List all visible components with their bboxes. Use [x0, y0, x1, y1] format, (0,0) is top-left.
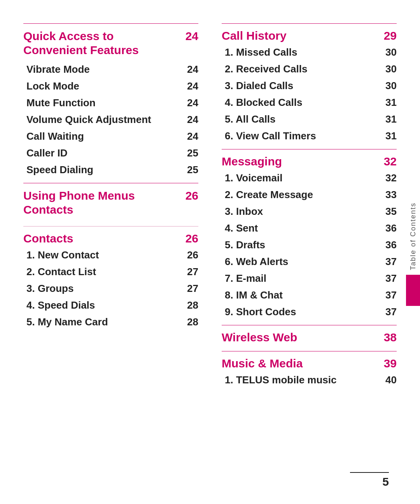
- item-label: 2. Contact List: [26, 266, 183, 278]
- item-label: 4. Blocked Calls: [225, 97, 381, 109]
- list-item: 9. Short Codes 37: [222, 306, 397, 318]
- item-page: 28: [183, 299, 198, 311]
- item-page: 30: [381, 46, 397, 58]
- side-tab-bar: [406, 275, 420, 306]
- item-label: 5. All Calls: [225, 113, 381, 125]
- music-media-header: Music & Media 39: [222, 357, 397, 370]
- item-page: 25: [183, 147, 198, 159]
- list-item: Volume Quick Adjustment 24: [23, 114, 198, 126]
- item-label: 1. Voicemail: [225, 172, 381, 184]
- side-tab-text: Table of Contents: [409, 202, 417, 270]
- section-call-history: Call History 29 1. Missed Calls 30 2. Re…: [222, 29, 397, 142]
- list-item: 6. Web Alerts 37: [222, 256, 397, 268]
- item-label: 1. TELUS mobile music: [225, 374, 381, 386]
- item-page: 33: [381, 189, 397, 201]
- item-page: 31: [381, 113, 397, 125]
- using-phone-menus-title: Using Phone Menus Contacts: [23, 189, 183, 217]
- item-page: 37: [381, 256, 397, 268]
- using-phone-menus-page: 26: [183, 189, 198, 202]
- list-item: 3. Dialed Calls 30: [222, 80, 397, 92]
- music-media-page: 39: [381, 357, 397, 370]
- item-label: 6. Web Alerts: [225, 256, 381, 268]
- list-item: 5. My Name Card 28: [23, 316, 198, 328]
- list-item: 4. Sent 36: [222, 222, 397, 234]
- contacts-page: 26: [183, 232, 198, 245]
- right-column: Call History 29 1. Missed Calls 30 2. Re…: [222, 23, 397, 393]
- list-item: 5. Drafts 36: [222, 239, 397, 251]
- list-item: 4. Blocked Calls 31: [222, 97, 397, 109]
- item-label: 5. My Name Card: [26, 316, 183, 328]
- item-label: 2. Received Calls: [225, 63, 381, 75]
- item-label: 3. Inbox: [225, 205, 381, 218]
- page-number: 5: [382, 475, 389, 488]
- section-wireless-web: Wireless Web 38: [222, 331, 397, 344]
- item-label: Volume Quick Adjustment: [26, 114, 183, 126]
- item-page: 27: [183, 266, 198, 278]
- section-contacts: Contacts 26 1. New Contact 26 2. Contact…: [23, 232, 198, 328]
- list-item: Mute Function 24: [23, 97, 198, 109]
- list-item: 4. Speed Dials 28: [23, 299, 198, 311]
- item-label: Lock Mode: [26, 80, 183, 92]
- list-item: 2. Create Message 33: [222, 189, 397, 201]
- list-item: Vibrate Mode 24: [23, 63, 198, 76]
- list-item: 1. Voicemail 32: [222, 172, 397, 184]
- item-page: 30: [381, 80, 397, 92]
- list-item: 5. All Calls 31: [222, 113, 397, 125]
- messaging-page: 32: [381, 155, 397, 168]
- left-column: Quick Access to Convenient Features 24 V…: [23, 23, 198, 393]
- list-item: 3. Groups 27: [23, 283, 198, 295]
- item-label: 9. Short Codes: [225, 306, 381, 318]
- item-label: Call Waiting: [26, 130, 183, 142]
- item-label: Mute Function: [26, 97, 183, 109]
- item-page: 27: [183, 283, 198, 295]
- item-label: 2. Create Message: [225, 189, 381, 201]
- page-number-line: [350, 472, 389, 473]
- messaging-title: Messaging: [222, 155, 381, 168]
- item-page: 30: [381, 63, 397, 75]
- item-label: 7. E-mail: [225, 272, 381, 284]
- item-label: 6. View Call Timers: [225, 130, 381, 142]
- list-item: 1. New Contact 26: [23, 249, 198, 261]
- section-messaging: Messaging 32 1. Voicemail 32 2. Create M…: [222, 155, 397, 318]
- wireless-web-header: Wireless Web 38: [222, 331, 397, 344]
- item-label: 1. Missed Calls: [225, 46, 381, 58]
- music-media-title: Music & Media: [222, 357, 381, 370]
- item-page: 28: [183, 316, 198, 328]
- item-page: 40: [381, 374, 397, 386]
- item-page: 36: [381, 222, 397, 234]
- item-page: 25: [183, 164, 198, 176]
- divider-using-phone-menus: [23, 183, 198, 183]
- list-item: 6. View Call Timers 31: [222, 130, 397, 142]
- list-item: 7. E-mail 37: [222, 272, 397, 284]
- list-item: Caller ID 25: [23, 147, 198, 159]
- item-page: 31: [381, 97, 397, 109]
- item-label: 1. New Contact: [26, 249, 183, 261]
- divider-contacts: [23, 226, 198, 227]
- quick-access-title: Quick Access to Convenient Features: [23, 29, 183, 57]
- page-container: Quick Access to Convenient Features 24 V…: [0, 0, 420, 504]
- item-page: 31: [381, 130, 397, 142]
- quick-access-header: Quick Access to Convenient Features 24: [23, 29, 198, 60]
- item-page: 24: [183, 114, 198, 126]
- item-page: 37: [381, 306, 397, 318]
- divider-call-history: [222, 23, 397, 24]
- item-label: 3. Groups: [26, 283, 183, 295]
- divider-messaging: [222, 149, 397, 149]
- item-page: 32: [381, 172, 397, 184]
- item-page: 36: [381, 239, 397, 251]
- item-page: 24: [183, 97, 198, 109]
- section-music-media: Music & Media 39 1. TELUS mobile music 4…: [222, 357, 397, 386]
- call-history-title: Call History: [222, 29, 381, 42]
- list-item: 2. Contact List 27: [23, 266, 198, 278]
- contacts-header: Contacts 26: [23, 232, 198, 245]
- list-item: Speed Dialing 25: [23, 164, 198, 176]
- call-history-page: 29: [381, 29, 397, 42]
- item-page: 24: [183, 130, 198, 142]
- section-quick-access: Quick Access to Convenient Features 24 V…: [23, 29, 198, 176]
- messaging-header: Messaging 32: [222, 155, 397, 168]
- item-label: Vibrate Mode: [26, 63, 183, 76]
- item-label: 4. Speed Dials: [26, 299, 183, 311]
- item-label: Speed Dialing: [26, 164, 183, 176]
- list-item: 1. Missed Calls 30: [222, 46, 397, 58]
- item-label: 3. Dialed Calls: [225, 80, 381, 92]
